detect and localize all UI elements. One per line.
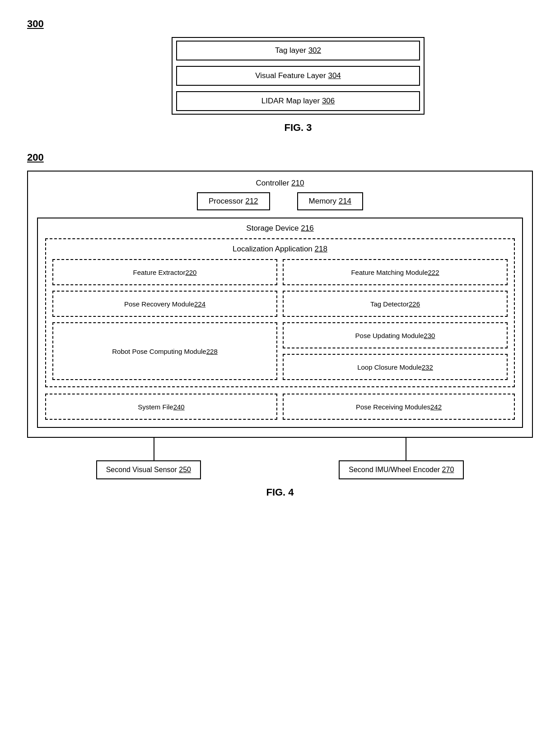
pose-recovery-box: Pose Recovery Module 224 (52, 291, 277, 317)
storage-label: Storage Device 216 (45, 224, 515, 233)
fig3-stack: Tag layer 302 Visual Feature Layer 304 L… (172, 37, 425, 115)
pose-receiving-box: Pose Receiving Modules 242 (283, 394, 515, 420)
memory-box: Memory 214 (297, 192, 364, 210)
tag-layer-text: Tag layer (275, 46, 308, 55)
right-col-modules: Pose Updating Module 230 Loop Closure Mo… (283, 322, 508, 380)
localization-app-box: Localization Application 218 Feature Ext… (45, 238, 515, 387)
processor-box: Processor 212 (197, 192, 270, 210)
external-boxes: Second Visual Sensor 250 Second IMU/Whee… (27, 460, 533, 479)
visual-feature-num: 304 (328, 71, 341, 80)
lidar-text: LIDAR Map layer (261, 97, 322, 105)
modules-grid: Feature Extractor 220 Feature Matching M… (52, 259, 508, 380)
fig4-label: 200 (27, 152, 533, 163)
fig4-section: 200 Controller 210 Processor 212 Memory … (27, 152, 533, 498)
connector-lines (27, 438, 533, 460)
loop-closure-box: Loop Closure Module 232 (283, 354, 508, 380)
pose-updating-box: Pose Updating Module 230 (283, 322, 508, 348)
storage-box: Storage Device 216 Localization Applicat… (37, 218, 523, 428)
lidar-layer-row: LIDAR Map layer 306 (176, 91, 420, 111)
bottom-modules-row: System File 240 Pose Receiving Modules 2… (45, 394, 515, 420)
controller-outer-box: Controller 210 Processor 212 Memory 214 … (27, 171, 533, 438)
visual-feature-text: Visual Feature Layer (255, 71, 328, 80)
controller-label: Controller 210 (37, 179, 523, 188)
feature-matching-box: Feature Matching Module 222 (283, 259, 508, 285)
tag-layer-num: 302 (308, 46, 321, 55)
fig4-caption: FIG. 4 (27, 487, 533, 498)
second-imu-box: Second IMU/Wheel Encoder 270 (339, 460, 464, 479)
robot-pose-computing-box: Robot Pose Computing Module 228 (52, 322, 277, 380)
fig3-label: 300 (27, 18, 533, 30)
visual-feature-layer-row: Visual Feature Layer 304 (176, 66, 420, 86)
second-visual-sensor-box: Second Visual Sensor 250 (96, 460, 201, 479)
system-file-box: System File 240 (45, 394, 277, 420)
fig3-caption: FIG. 3 (284, 122, 312, 134)
tag-detector-box: Tag Detector 226 (283, 291, 508, 317)
processor-memory-row: Processor 212 Memory 214 (37, 192, 523, 210)
tag-layer-row: Tag layer 302 (176, 41, 420, 60)
localization-label: Localization Application 218 (52, 245, 508, 254)
connector-section: Second Visual Sensor 250 Second IMU/Whee… (27, 438, 533, 479)
fig3-container: Tag layer 302 Visual Feature Layer 304 L… (63, 37, 533, 134)
lidar-num: 306 (322, 97, 335, 105)
fig3-section: 300 Tag layer 302 Visual Feature Layer 3… (27, 18, 533, 134)
feature-extractor-box: Feature Extractor 220 (52, 259, 277, 285)
